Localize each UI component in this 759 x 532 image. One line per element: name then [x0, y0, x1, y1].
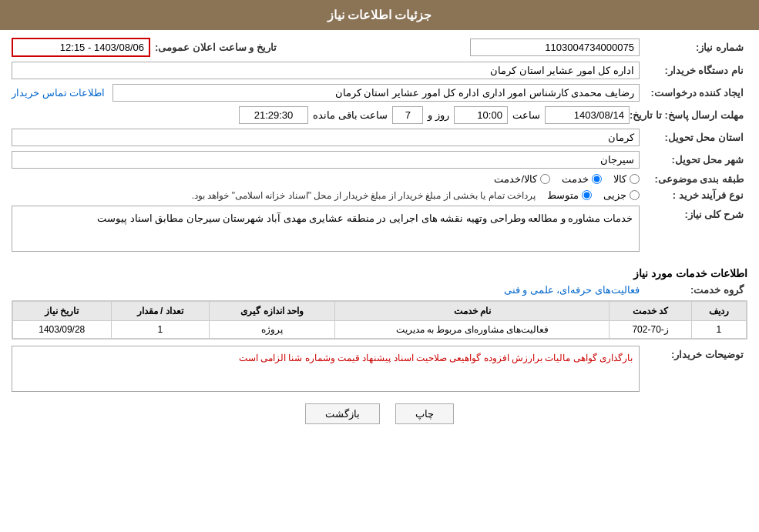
- category-label-khedmat: خدمت: [562, 173, 589, 185]
- description-value: خدمات مشاوره و مطالعه وطراحی وتهیه نقشه …: [12, 206, 640, 252]
- buyer-org-label: نام دستگاه خریدار:: [640, 65, 747, 76]
- col-header-code: کد خدمت: [610, 302, 692, 321]
- col-header-unit: واحد اندازه گیری: [209, 302, 334, 321]
- province-row: استان محل تحویل: کرمان: [12, 129, 747, 146]
- creator-value: رضایف محمدی کارشناس امور اداری اداره کل …: [113, 84, 640, 102]
- col-header-name: نام خدمت: [335, 302, 610, 321]
- buyer-note-label: توضیحات خریدار:: [640, 346, 747, 360]
- cell-code: ز-70-702: [610, 321, 692, 339]
- buyer-note-row: توضیحات خریدار: بارگذاری گواهی مالیات بر…: [12, 346, 747, 392]
- services-table-container: ردیف کد خدمت نام خدمت واحد اندازه گیری ت…: [12, 300, 747, 340]
- print-button[interactable]: چاپ: [395, 403, 454, 424]
- cell-unit: پروژه: [209, 321, 334, 339]
- buyer-note-value: بارگذاری گواهی مالیات برارزش افزوده گواه…: [12, 346, 640, 392]
- deadline-days-label: روز و: [423, 109, 454, 121]
- process-row: نوع فرآیند خرید : جزیی متوسط پرداخت تمام…: [12, 189, 747, 201]
- province-value: کرمان: [12, 129, 640, 146]
- col-header-date: تاریخ نیاز: [13, 302, 112, 321]
- category-row: طبقه بندی موضوعی: کالا خدمت کالا/خدمت: [12, 173, 747, 185]
- category-option-kala: کالا: [613, 173, 640, 185]
- description-label: شرح کلی نیاز:: [640, 206, 747, 220]
- cell-name: فعالیت‌های مشاوره‌ای مربوط به مدیریت: [335, 321, 610, 339]
- announce-date-label: تاریخ و ساعت اعلان عمومی:: [150, 42, 280, 53]
- deadline-time-label: ساعت: [508, 109, 545, 121]
- city-label: شهر محل تحویل:: [640, 154, 747, 166]
- creator-row: ایجاد کننده درخواست: رضایف محمدی کارشناس…: [12, 84, 747, 102]
- cell-quantity: 1: [111, 321, 209, 339]
- process-note: پرداخت تمام یا بخشی از مبلغ خریدار از مب…: [192, 190, 547, 201]
- need-number-row: شماره نیاز: 1103004734000075 تاریخ و ساع…: [12, 38, 747, 57]
- category-option-kala-khedmat: کالا/خدمت: [494, 173, 550, 185]
- back-button[interactable]: بازگشت: [305, 403, 380, 424]
- deadline-days: 7: [392, 106, 423, 124]
- deadline-date: 1403/08/14: [545, 106, 630, 124]
- deadline-remaining: 21:29:30: [239, 106, 308, 124]
- deadline-label: مهلت ارسال پاسخ: تا تاریخ:: [630, 109, 747, 121]
- header-title: جزئیات اطلاعات نیاز: [327, 8, 432, 22]
- cell-date: 1403/09/28: [13, 321, 112, 339]
- table-header-row: ردیف کد خدمت نام خدمت واحد اندازه گیری ت…: [13, 302, 747, 321]
- city-value: سیرجان: [12, 151, 640, 169]
- page-header: جزئیات اطلاعات نیاز: [0, 0, 759, 30]
- creator-label: ایجاد کننده درخواست:: [640, 87, 747, 99]
- services-table: ردیف کد خدمت نام خدمت واحد اندازه گیری ت…: [12, 301, 747, 339]
- col-header-quantity: تعداد / مقدار: [111, 302, 209, 321]
- announce-date-value: 1403/08/06 - 12:15: [12, 38, 150, 57]
- service-group-value[interactable]: فعالیت‌های حرفه‌ای، علمی و فنی: [504, 284, 640, 296]
- services-section-title: اطلاعات خدمات مورد نیاز: [12, 267, 747, 279]
- process-option-mottavaset: متوسط: [547, 189, 592, 201]
- content-area: شماره نیاز: 1103004734000075 تاریخ و ساع…: [0, 30, 759, 443]
- category-radio-khedmat[interactable]: [592, 174, 602, 184]
- process-radio-jozi[interactable]: [630, 190, 640, 200]
- city-row: شهر محل تحویل: سیرجان: [12, 151, 747, 169]
- province-label: استان محل تحویل:: [640, 132, 747, 143]
- deadline-remaining-label: ساعت باقی مانده: [308, 109, 392, 121]
- category-option-khedmat: خدمت: [562, 173, 602, 185]
- page-container: جزئیات اطلاعات نیاز شماره نیاز: 11030047…: [0, 0, 759, 532]
- process-radio-mottavaset[interactable]: [582, 190, 592, 200]
- service-group-label: گروه خدمت:: [640, 284, 747, 296]
- deadline-row: مهلت ارسال پاسخ: تا تاریخ: 1403/08/14 سا…: [12, 106, 747, 124]
- category-label-kala: کالا: [613, 173, 626, 185]
- buyer-org-value: اداره کل امور عشایر استان کرمان: [12, 62, 640, 79]
- table-body: 1 ز-70-702 فعالیت‌های مشاوره‌ای مربوط به…: [13, 321, 747, 339]
- service-group-row: گروه خدمت: فعالیت‌های حرفه‌ای، علمی و فن…: [12, 284, 747, 296]
- need-number-label: شماره نیاز:: [640, 42, 747, 53]
- contact-link[interactable]: اطلاعات تماس خریدار: [12, 87, 105, 99]
- need-number-value: 1103004734000075: [470, 38, 640, 56]
- category-label: طبقه بندی موضوعی:: [640, 173, 747, 185]
- col-header-row: ردیف: [691, 302, 746, 321]
- category-radio-kala-khedmat[interactable]: [540, 174, 550, 184]
- category-label-kala-khedmat: کالا/خدمت: [494, 173, 537, 185]
- description-row: شرح کلی نیاز: خدمات مشاوره و مطالعه وطرا…: [12, 206, 747, 259]
- category-radio-group: کالا خدمت کالا/خدمت: [494, 173, 640, 185]
- cell-row: 1: [691, 321, 746, 339]
- deadline-time: 10:00: [454, 106, 508, 124]
- table-row: 1 ز-70-702 فعالیت‌های مشاوره‌ای مربوط به…: [13, 321, 747, 339]
- process-label-mottavaset: متوسط: [547, 189, 579, 201]
- process-label: نوع فرآیند خرید :: [640, 189, 747, 201]
- buyer-org-row: نام دستگاه خریدار: اداره کل امور عشایر ا…: [12, 62, 747, 79]
- category-radio-kala[interactable]: [630, 174, 640, 184]
- process-option-jozi: جزیی: [603, 189, 640, 201]
- process-radio-group: جزیی متوسط: [547, 189, 640, 201]
- buttons-row: چاپ بازگشت: [12, 403, 747, 424]
- process-label-jozi: جزیی: [603, 189, 626, 201]
